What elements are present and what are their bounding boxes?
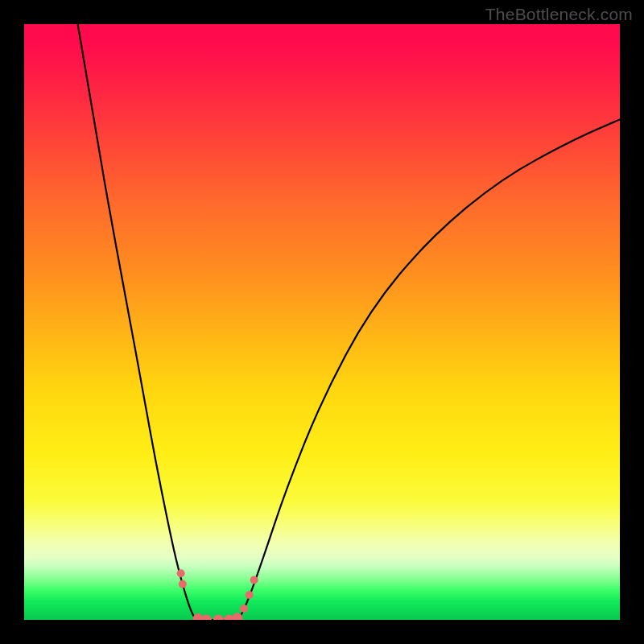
chart-frame: TheBottleneck.com xyxy=(0,0,644,644)
curve-marker xyxy=(201,615,212,621)
bottleneck-curve xyxy=(78,24,620,620)
curve-marker xyxy=(246,591,254,599)
curve-marker xyxy=(179,580,187,588)
curve-layer xyxy=(24,24,620,620)
curve-marker xyxy=(213,615,224,621)
curve-marker xyxy=(177,569,185,577)
curve-line xyxy=(78,24,620,620)
plot-area xyxy=(24,24,620,620)
curve-marker xyxy=(250,576,258,584)
curve-markers xyxy=(177,569,258,620)
curve-marker xyxy=(240,605,248,613)
credit-label: TheBottleneck.com xyxy=(485,5,633,24)
